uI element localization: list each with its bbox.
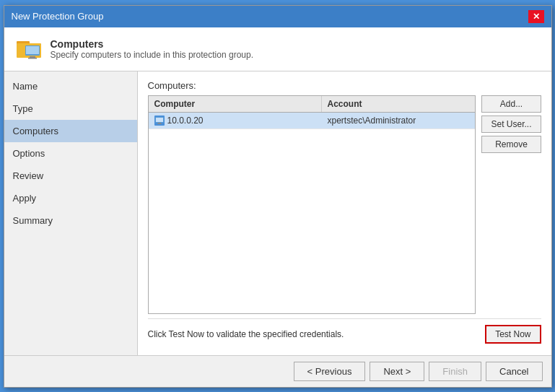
finish-button[interactable]: Finish [429, 362, 481, 381]
dialog-title: New Protection Group [12, 11, 104, 22]
action-buttons: Add... Set User... Remove [481, 95, 541, 314]
svg-rect-5 [28, 58, 37, 59]
header-icon [14, 35, 43, 64]
sidebar-item-type[interactable]: Type [4, 97, 137, 120]
previous-button[interactable]: < Previous [294, 362, 366, 381]
main-content: Computers: Computer Account [138, 71, 551, 355]
dialog: New Protection Group ✕ Computers Specify… [4, 5, 552, 388]
sidebar-item-summary[interactable]: Summary [4, 209, 137, 232]
close-button[interactable]: ✕ [528, 10, 544, 23]
header-description: Specify computers to include in this pro… [51, 50, 253, 60]
svg-rect-7 [156, 118, 163, 122]
add-button[interactable]: Add... [481, 95, 541, 113]
remove-button[interactable]: Remove [481, 136, 541, 153]
sidebar-item-name[interactable]: Name [4, 75, 137, 97]
header-title: Computers [51, 38, 253, 50]
table-header: Computer Account [149, 96, 476, 113]
footer: < Previous Next > Finish Cancel [4, 355, 551, 387]
set-user-button[interactable]: Set User... [481, 116, 541, 133]
svg-rect-8 [158, 123, 161, 123]
header-text: Computers Specify computers to include i… [51, 38, 253, 60]
sidebar-item-apply[interactable]: Apply [4, 187, 137, 209]
validation-text: Click Test Now to validate the specified… [148, 329, 344, 339]
header-section: Computers Specify computers to include i… [4, 27, 551, 71]
sidebar-item-computers[interactable]: Computers [4, 120, 137, 142]
svg-rect-4 [30, 56, 35, 58]
computer-row-icon [154, 116, 165, 126]
section-label: Computers: [148, 80, 541, 91]
cell-computer: 10.0.0.20 [149, 113, 322, 129]
table-and-buttons: Computer Account [148, 95, 541, 314]
content-area: Name Type Computers Options Review Apply… [4, 71, 551, 355]
cell-account: xpertstec\Administrator [322, 113, 476, 129]
table-row[interactable]: 10.0.0.20 xpertstec\Administrator [149, 113, 476, 129]
column-header-computer: Computer [149, 96, 322, 112]
sidebar: Name Type Computers Options Review Apply… [4, 71, 138, 355]
validation-row: Click Test Now to validate the specified… [148, 318, 541, 347]
svg-rect-9 [157, 123, 162, 124]
sidebar-item-options[interactable]: Options [4, 142, 137, 165]
test-now-button[interactable]: Test Now [485, 325, 541, 344]
sidebar-item-review[interactable]: Review [4, 165, 137, 187]
column-header-account: Account [322, 96, 476, 112]
cancel-button[interactable]: Cancel [486, 362, 542, 381]
table-body: 10.0.0.20 xpertstec\Administrator [149, 113, 476, 313]
next-button[interactable]: Next > [370, 362, 424, 381]
computers-table: Computer Account [148, 95, 476, 314]
svg-rect-3 [26, 46, 39, 54]
title-bar: New Protection Group ✕ [4, 6, 551, 27]
